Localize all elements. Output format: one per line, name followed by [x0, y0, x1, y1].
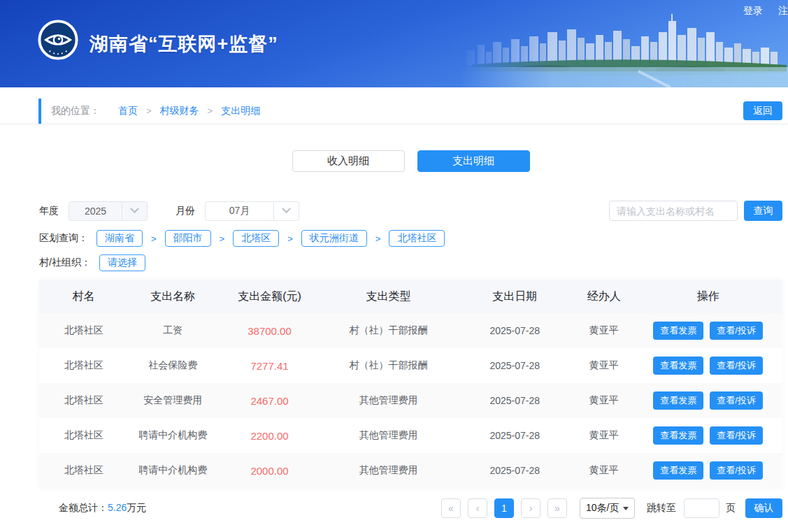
month-label: 月份: [175, 205, 195, 217]
cell-expense-name: 聘请中介机构费: [129, 464, 218, 477]
cell-village: 北塔社区: [39, 394, 129, 407]
page-title: 湖南省“互联网+监督”: [89, 31, 278, 57]
year-select-value: 2025: [69, 206, 122, 217]
table-row: 北塔社区 社会保险费 7277.41 村（社）干部报酬 2025-07-28 黄…: [39, 348, 782, 383]
column-header-agent: 经办人: [574, 289, 633, 304]
region-pill-province[interactable]: 湖南省: [96, 230, 143, 247]
region-separator: >: [287, 233, 293, 244]
cell-expense-name: 社会保险费: [129, 359, 218, 372]
cell-agent: 黄亚平: [574, 324, 633, 337]
chevron-down-icon: [273, 202, 299, 220]
table-row: 北塔社区 工资 38700.00 村（社）干部报酬 2025-07-28 黄亚平…: [39, 313, 782, 348]
confirm-button[interactable]: 确认: [745, 498, 782, 518]
view-invoice-button[interactable]: 查看发票: [653, 426, 703, 445]
cell-date: 2025-07-28: [455, 465, 574, 476]
cell-actions: 查看发票 查看/投诉: [633, 461, 782, 480]
region-separator: >: [220, 233, 225, 244]
month-select-value: 07月: [206, 205, 273, 217]
tab-expense-detail[interactable]: 支出明细: [417, 150, 530, 172]
cell-amount: 38700.00: [217, 325, 322, 337]
breadcrumb-separator: >: [208, 106, 213, 116]
cell-village: 北塔社区: [39, 324, 129, 337]
view-complaint-button[interactable]: 查看/投诉: [710, 322, 763, 340]
region-label: 区划查询：: [39, 232, 88, 245]
region-pill-street[interactable]: 状元洲街道: [301, 230, 367, 247]
expense-table: 村名 支出名称 支出金额(元) 支出类型 支出日期 经办人 操作 北塔社区 工资…: [39, 280, 782, 488]
search-input[interactable]: [609, 201, 738, 221]
view-complaint-button[interactable]: 查看/投诉: [710, 391, 763, 410]
cell-actions: 查看发票 查看/投诉: [633, 357, 782, 375]
pagination-next-button[interactable]: ›: [521, 498, 540, 518]
view-complaint-button[interactable]: 查看/投诉: [710, 426, 763, 445]
column-header-type: 支出类型: [322, 289, 455, 304]
jump-page-input[interactable]: [684, 498, 719, 518]
jump-unit-label: 页: [726, 502, 736, 515]
cell-agent: 黄亚平: [574, 429, 633, 442]
cell-amount: 2000.00: [217, 465, 322, 477]
view-invoice-button[interactable]: 查看发票: [653, 357, 703, 375]
login-link[interactable]: 登录: [743, 5, 763, 17]
detail-tabs: 收入明细 支出明细: [39, 150, 782, 172]
pagination-last-button[interactable]: »: [547, 498, 567, 518]
org-label: 村/社组织：: [39, 257, 91, 269]
filter-row: 年度 2025 月份 07月 查询: [39, 201, 782, 221]
region-separator: >: [375, 233, 381, 244]
view-invoice-button[interactable]: 查看发票: [653, 391, 703, 410]
org-filter-row: 村/社组织： 请选择: [39, 254, 782, 271]
table-footer: 金额总计：5.26万元 « ‹ 1 › » 10条/页 跳转至 页 确认: [39, 498, 782, 519]
pagination-first-button[interactable]: «: [441, 498, 461, 518]
pagination: « ‹ 1 › »: [441, 498, 567, 518]
breadcrumb-separator: >: [146, 106, 152, 116]
cell-date: 2025-07-28: [455, 325, 574, 336]
view-invoice-button[interactable]: 查看发票: [653, 322, 703, 340]
region-pill-community[interactable]: 北塔社区: [389, 230, 445, 247]
city-skyline-image: [459, 11, 788, 87]
cell-type: 村（社）干部报酬: [322, 359, 455, 372]
cell-expense-name: 聘请中介机构费: [129, 429, 218, 442]
back-button[interactable]: 返回: [743, 101, 782, 120]
total-label: 金额总计：: [59, 502, 108, 513]
breadcrumb: 我的位置： 首页 > 村级财务 > 支出明细 返回: [0, 98, 788, 124]
cell-type: 村（社）干部报酬: [322, 324, 455, 337]
cell-actions: 查看发票 查看/投诉: [633, 391, 782, 410]
region-pill-city[interactable]: 邵阳市: [165, 230, 211, 247]
cell-actions: 查看发票 查看/投诉: [633, 426, 782, 445]
view-complaint-button[interactable]: 查看/投诉: [710, 357, 763, 375]
pagination-page-1-button[interactable]: 1: [494, 498, 514, 518]
view-invoice-button[interactable]: 查看发票: [653, 461, 703, 480]
region-pill-district[interactable]: 北塔区: [233, 230, 279, 247]
register-link[interactable]: 注册: [778, 5, 788, 17]
column-header-actions: 操作: [633, 289, 782, 304]
year-select[interactable]: 2025: [69, 201, 148, 221]
page-size-value: 10条/页: [586, 502, 619, 515]
view-complaint-button[interactable]: 查看/投诉: [710, 461, 763, 480]
cell-agent: 黄亚平: [574, 394, 633, 407]
month-select[interactable]: 07月: [205, 201, 299, 221]
org-select-pill[interactable]: 请选择: [99, 254, 145, 271]
breadcrumb-item-home[interactable]: 首页: [118, 105, 138, 117]
cell-expense-name: 安全管理费用: [129, 394, 218, 407]
region-filter-row: 区划查询： 湖南省 > 邵阳市 > 北塔区 > 状元洲街道 > 北塔社区: [39, 230, 782, 247]
breadcrumb-item-village-finance[interactable]: 村级财务: [160, 105, 199, 117]
total-unit: 万元: [127, 502, 146, 513]
cell-actions: 查看发票 查看/投诉: [633, 322, 782, 340]
app-logo-eye-icon: [38, 20, 78, 60]
pagination-prev-button[interactable]: ‹: [468, 498, 487, 518]
cell-amount: 7277.41: [217, 360, 322, 372]
cell-village: 北塔社区: [39, 464, 129, 477]
cell-agent: 黄亚平: [574, 359, 633, 372]
region-separator: >: [151, 233, 157, 244]
cell-type: 其他管理费用: [322, 394, 455, 407]
column-header-date: 支出日期: [455, 289, 574, 304]
page-size-select[interactable]: 10条/页: [580, 498, 635, 519]
breadcrumb-item-expense-detail[interactable]: 支出明细: [221, 105, 260, 117]
table-header-row: 村名 支出名称 支出金额(元) 支出类型 支出日期 经办人 操作: [39, 280, 782, 313]
caret-down-icon: [623, 507, 629, 510]
chevron-down-icon: [122, 202, 147, 220]
total-value: 5.26: [108, 502, 127, 513]
total-amount: 金额总计：5.26万元: [59, 502, 146, 515]
column-header-village: 村名: [39, 289, 129, 304]
breadcrumb-accent-bar: [38, 99, 41, 124]
search-button[interactable]: 查询: [744, 201, 782, 221]
tab-income-detail[interactable]: 收入明细: [292, 150, 405, 172]
